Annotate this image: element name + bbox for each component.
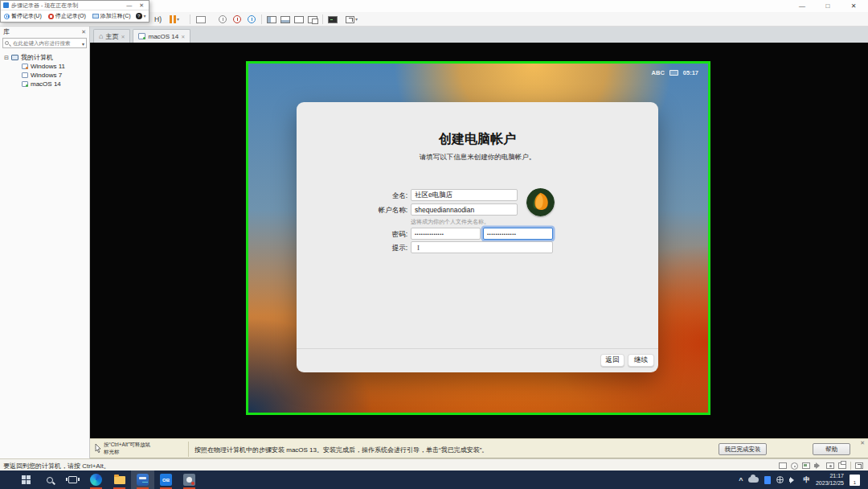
steps-recorder-toolbar: 暂停记录(U) 停止记录(O) 添加注释(C) ? ▾	[1, 10, 149, 22]
show-thumbnails-button[interactable]	[280, 14, 290, 24]
help-menu-partial[interactable]: H)	[154, 15, 162, 23]
toolbar-separator	[261, 14, 262, 24]
printer-icon[interactable]	[838, 462, 846, 469]
add-comment-button[interactable]: 添加注释(C)	[91, 12, 133, 20]
library-panel: 库 ✕ ▾ ⊟ 我的计算机 Windows 11 Windows 7	[0, 27, 90, 458]
status-text: 要返回到您的计算机，请按 Ctrl+Alt。	[3, 462, 110, 471]
explorer-taskbar-button[interactable]	[108, 471, 131, 489]
help-button[interactable]: 帮助	[813, 443, 850, 455]
close-icon[interactable]: ✕	[81, 29, 86, 35]
tray-time: 21:17	[816, 473, 844, 480]
full-name-field[interactable]: 社区e电脑店	[411, 189, 518, 201]
notification-icon[interactable]: 1	[850, 475, 860, 486]
revert-snapshot-button[interactable]	[233, 14, 241, 24]
onedrive-icon[interactable]	[748, 477, 759, 483]
ob-app-taskbar-button[interactable]: OB	[154, 471, 178, 489]
close-icon[interactable]: ✕	[841, 0, 866, 12]
task-view-icon	[68, 476, 77, 483]
input-method-indicator[interactable]: ABC	[652, 69, 665, 76]
start-button[interactable]	[14, 471, 38, 489]
steps-recorder-window: 步骤记录器 - 现在正在录制 — ✕ 暂停记录(U) 停止记录(O) 添加注释(…	[0, 0, 149, 23]
close-icon[interactable]: ✕	[181, 34, 185, 39]
tray-chevron-icon[interactable]: ^	[739, 476, 743, 484]
cdrom-icon[interactable]	[791, 462, 798, 470]
vm-list-item[interactable]: Windows 7	[22, 71, 89, 80]
chevron-down-icon[interactable]: ▾	[82, 41, 84, 47]
full-name-row: 全名: 社区e电脑店	[297, 189, 658, 201]
account-name-hint: 这将成为你的个人文件夹名称。	[411, 218, 489, 226]
password-verify-field[interactable]: ••••••••••••••	[483, 228, 553, 240]
console-view-button[interactable]	[328, 14, 338, 24]
create-account-dialog: 创建电脑帐户 请填写以下信息来创建你的电脑帐户。 全名: 社区e电脑店 帐户名称…	[297, 102, 658, 372]
account-name-field[interactable]: shequediannaodian	[411, 203, 518, 216]
toolbar-separator	[322, 14, 323, 24]
network-adapter-icon[interactable]	[802, 462, 810, 469]
pause-record-button[interactable]: 暂停记录(U)	[2, 12, 43, 20]
computer-icon	[11, 55, 18, 60]
suspend-vm-button[interactable]: ▾	[170, 14, 179, 24]
menubar-clock[interactable]: 05:17	[683, 69, 698, 76]
collapse-icon[interactable]: ⊟	[4, 55, 9, 61]
sound-icon[interactable]	[814, 462, 822, 469]
home-icon: ⌂	[99, 33, 103, 40]
pause-record-label: 暂停记录(U)	[11, 12, 42, 20]
vmware-taskbar-button[interactable]	[131, 471, 154, 489]
manage-snapshots-button[interactable]	[248, 14, 256, 24]
close-icon[interactable]: ✕	[860, 440, 865, 446]
recorder-help-button[interactable]: ? ▾	[134, 13, 148, 19]
steps-recorder-taskbar-button[interactable]	[178, 471, 201, 489]
vm-list-item[interactable]: Windows 11	[22, 62, 89, 71]
fullscreen-toggle-icon[interactable]	[855, 462, 863, 469]
maximize-icon[interactable]: □	[815, 0, 841, 12]
close-icon[interactable]: ✕	[137, 2, 146, 9]
fullscreen-button[interactable]	[294, 14, 304, 24]
task-view-button[interactable]	[61, 471, 84, 489]
search-icon	[5, 41, 9, 45]
chevron-down-icon[interactable]: ▾	[355, 17, 358, 22]
continue-button[interactable]: 继续	[628, 354, 654, 367]
avatar[interactable]	[526, 188, 555, 216]
usb-device-icon[interactable]	[764, 476, 771, 484]
text-cursor-icon: I	[417, 244, 420, 252]
ctrl-alt-del-button[interactable]	[196, 14, 206, 24]
taskbar-search-button[interactable]	[38, 471, 61, 489]
snapshot-manager-icon	[248, 15, 256, 23]
take-snapshot-button[interactable]	[219, 14, 227, 24]
finished-installing-button[interactable]: 我已完成安装	[719, 443, 767, 455]
vm-list-item[interactable]: macOS 14	[22, 80, 89, 88]
edge-taskbar-button[interactable]	[84, 471, 108, 489]
vm-icon	[22, 64, 28, 69]
tab-home[interactable]: ⌂ 主页 ✕	[93, 29, 130, 43]
close-icon[interactable]: ✕	[121, 34, 125, 39]
vmware-status-bar: 要返回到您的计算机，请按 Ctrl+Alt。	[0, 458, 868, 471]
minimize-icon[interactable]: —	[789, 0, 815, 12]
minimize-icon[interactable]: —	[124, 2, 134, 8]
tray-clock[interactable]: 21:17 2023/12/25	[816, 473, 844, 487]
fit-guest-button[interactable]: ▾	[346, 14, 358, 24]
tree-root-row[interactable]: ⊟ 我的计算机	[0, 53, 89, 62]
steps-recorder-app-icon	[3, 2, 9, 8]
ime-indicator[interactable]: 中	[803, 475, 810, 485]
password-verify-value: ••••••••••••••	[487, 232, 516, 236]
usb-icon[interactable]	[826, 462, 834, 469]
network-icon[interactable]	[776, 476, 784, 483]
pause-icon	[170, 15, 176, 23]
back-button[interactable]: 返回	[600, 354, 624, 367]
search-input[interactable]	[13, 40, 78, 46]
keyboard-icon[interactable]	[669, 70, 678, 76]
tab-label: macOS 14	[148, 33, 178, 40]
vmware-window: — □ ✕ H) ▾	[0, 0, 868, 471]
volume-icon[interactable]	[789, 476, 797, 483]
unity-mode-button[interactable]	[308, 14, 317, 24]
show-library-button[interactable]	[267, 14, 276, 24]
dialog-title: 创建电脑帐户	[297, 131, 658, 148]
search-icon	[47, 477, 53, 483]
tab-macos14[interactable]: macOS 14 ✕	[133, 29, 190, 43]
library-search[interactable]: ▾	[2, 38, 87, 48]
chevron-down-icon[interactable]: ▾	[177, 17, 179, 22]
harddisk-icon[interactable]	[779, 462, 787, 469]
stop-record-button[interactable]: 停止记录(O)	[47, 12, 88, 20]
hint-field[interactable]: I	[411, 241, 553, 253]
guest-screen[interactable]: ABC 05:17 创建电脑帐户 请填写以下信息来创建你的电脑帐户。 全名: 社…	[246, 61, 710, 415]
password-field[interactable]: ••••••••••••••	[411, 228, 481, 240]
